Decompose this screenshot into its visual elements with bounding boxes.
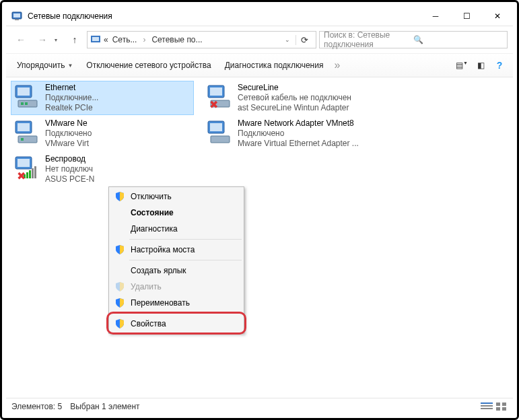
preview-pane-button[interactable]: ◧ [473, 61, 489, 70]
status-selected: Выбран 1 элемент [70, 402, 139, 411]
disable-device-button[interactable]: Отключение сетевого устройства [81, 58, 216, 73]
status-count: Элементов: 5 [11, 402, 62, 411]
ethernet-icon [14, 83, 41, 110]
context-menu: Отключить Состояние Диагностика Настройк… [108, 186, 244, 334]
refresh-button[interactable]: ⟳ [296, 35, 313, 45]
breadcrumb-root[interactable]: Сеть... [110, 34, 140, 46]
breadcrumb[interactable]: « Сеть... › Сетевые по... ⌄ ⟳ [87, 31, 316, 48]
svg-rect-34 [496, 407, 500, 411]
svg-rect-30 [481, 405, 493, 407]
svg-rect-15 [18, 159, 30, 167]
svg-rect-13 [21, 138, 24, 141]
toolbar: Упорядочить▼ Отключение сетевого устройс… [6, 53, 513, 77]
menu-delete: Удалить [110, 279, 242, 295]
svg-rect-20 [34, 166, 36, 178]
connection-ethernet[interactable]: Ethernet Подключние... Realtek PCIe [11, 81, 193, 114]
svg-rect-11 [18, 123, 30, 131]
svg-rect-19 [32, 168, 34, 178]
svg-rect-2 [15, 20, 19, 20]
svg-rect-35 [502, 407, 506, 411]
search-placeholder: Поиск в: Сетевые подключения [324, 30, 413, 49]
svg-rect-31 [481, 408, 493, 409]
forward-button[interactable]: → [33, 30, 52, 49]
svg-rect-23 [210, 88, 222, 96]
breadcrumb-current[interactable]: Сетевые по... [149, 34, 205, 46]
menu-status[interactable]: Состояние [110, 205, 242, 221]
menu-rename[interactable]: Переименовать [110, 295, 242, 311]
svg-rect-6 [18, 88, 30, 96]
minimize-button[interactable]: ─ [420, 6, 451, 26]
address-bar: ← → ▾ ↑ « Сеть... › Сетевые по... ⌄ ⟳ По… [6, 26, 513, 53]
search-input[interactable]: Поиск в: Сетевые подключения 🔍 [319, 31, 508, 48]
wifi-off-icon: ✖ [14, 154, 41, 181]
menu-properties[interactable]: Свойства [110, 316, 242, 332]
titlebar: Сетевые подключения ─ ☐ ✕ [6, 6, 513, 26]
menu-bridge[interactable]: Настройка моста [110, 242, 242, 258]
svg-rect-33 [502, 403, 506, 406]
status-bar: Элементов: 5 Выбран 1 элемент [6, 398, 513, 414]
back-button[interactable]: ← [11, 30, 30, 49]
shield-icon [114, 281, 125, 292]
menu-diag[interactable]: Диагностика [110, 221, 242, 237]
ethernet-off-icon: ✖ [207, 83, 234, 110]
shield-icon [114, 318, 125, 329]
help-button[interactable]: ? [491, 60, 508, 71]
ethernet-icon [207, 118, 234, 145]
menu-disable[interactable]: Отключить [110, 188, 242, 205]
connection-vmnet8[interactable]: Mware Network Adapter VMnet8 Подключено … [204, 117, 386, 150]
shield-icon [114, 298, 125, 308]
breadcrumb-dropdown[interactable]: ⌄ [281, 36, 294, 43]
maximize-button[interactable]: ☐ [451, 6, 482, 26]
close-button[interactable]: ✕ [482, 6, 513, 26]
folder-icon [90, 34, 101, 45]
up-button[interactable]: ↑ [65, 30, 84, 49]
history-dropdown[interactable]: ▾ [55, 37, 63, 43]
large-icons-view-icon[interactable] [495, 402, 508, 411]
connection-vmware[interactable]: VMware Ne Подключено VMware Virt [11, 117, 193, 150]
svg-rect-18 [29, 170, 31, 178]
highlight-annotation [106, 312, 246, 335]
svg-text:✖: ✖ [209, 99, 218, 110]
organize-menu[interactable]: Упорядочить▼ [11, 58, 78, 73]
menu-shortcut[interactable]: Создать ярлык [110, 262, 242, 279]
ethernet-icon [14, 118, 41, 145]
shield-icon [114, 244, 125, 255]
shield-icon [114, 191, 125, 202]
svg-rect-1 [13, 13, 20, 18]
svg-rect-9 [25, 102, 28, 105]
svg-rect-27 [210, 123, 222, 131]
svg-text:✖: ✖ [17, 170, 26, 181]
svg-rect-32 [496, 403, 500, 406]
diagnose-button[interactable]: Диагностика подключения [219, 58, 329, 73]
connection-secureline[interactable]: ✖ SecureLine Сетевой кабель не подключен… [204, 81, 386, 114]
svg-rect-17 [26, 172, 28, 178]
connection-wireless[interactable]: ✖ Беспровод Нет подключ ASUS PCE-N [11, 153, 193, 186]
window-title: Сетевые подключения [28, 11, 420, 21]
svg-rect-8 [21, 102, 24, 105]
search-icon: 🔍 [413, 35, 503, 44]
view-options-button[interactable]: ▤▼ [454, 61, 470, 70]
svg-rect-28 [211, 136, 230, 143]
svg-rect-4 [92, 37, 99, 41]
details-view-icon[interactable] [481, 402, 493, 411]
content-area: Ethernet Подключние... Realtek PCIe VMwa… [6, 77, 513, 398]
svg-rect-29 [481, 403, 493, 404]
app-icon [11, 11, 22, 22]
